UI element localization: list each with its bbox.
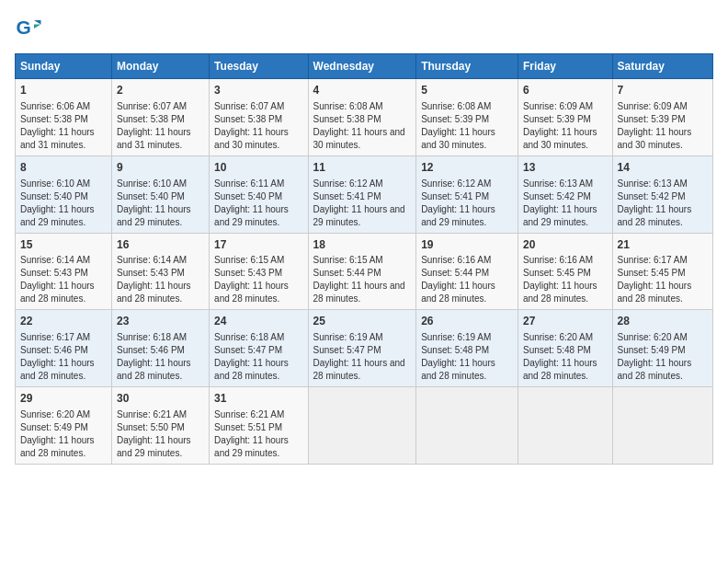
sunset-label: Sunset: 5:47 PM — [313, 345, 381, 355]
sunrise-label: Sunrise: 6:15 AM — [214, 255, 284, 265]
sunset-label: Sunset: 5:40 PM — [117, 191, 185, 201]
calendar-cell: 28 Sunrise: 6:20 AM Sunset: 5:49 PM Dayl… — [612, 310, 712, 387]
calendar-cell — [612, 387, 712, 465]
calendar-cell: 22 Sunrise: 6:17 AM Sunset: 5:46 PM Dayl… — [16, 310, 112, 387]
daylight-label: Daylight: 11 hours and 28 minutes. — [20, 281, 95, 304]
calendar-cell: 19 Sunrise: 6:16 AM Sunset: 5:44 PM Dayl… — [416, 233, 518, 310]
sunset-label: Sunset: 5:41 PM — [421, 191, 489, 201]
sunrise-label: Sunrise: 6:08 AM — [313, 101, 383, 111]
sunrise-label: Sunrise: 6:10 AM — [117, 178, 187, 189]
calendar-cell — [518, 387, 612, 465]
sunset-label: Sunset: 5:50 PM — [117, 422, 185, 432]
sunset-label: Sunset: 5:51 PM — [214, 422, 282, 432]
daylight-label: Daylight: 11 hours and 28 minutes. — [117, 281, 191, 304]
calendar-week-row: 8 Sunrise: 6:10 AM Sunset: 5:40 PM Dayli… — [16, 155, 713, 233]
sunset-label: Sunset: 5:42 PM — [523, 191, 591, 201]
sunrise-label: Sunrise: 6:08 AM — [421, 101, 491, 111]
sunrise-label: Sunrise: 6:20 AM — [618, 332, 688, 342]
calendar-cell: 7 Sunrise: 6:09 AM Sunset: 5:39 PM Dayli… — [612, 79, 712, 156]
daylight-label: Daylight: 11 hours and 28 minutes. — [421, 281, 495, 304]
sunrise-label: Sunrise: 6:21 AM — [214, 409, 284, 419]
day-number: 26 — [421, 314, 513, 329]
calendar-cell: 14 Sunrise: 6:13 AM Sunset: 5:42 PM Dayl… — [612, 155, 712, 233]
sunrise-label: Sunrise: 6:13 AM — [523, 178, 593, 189]
sunrise-label: Sunrise: 6:09 AM — [618, 101, 688, 111]
day-number: 9 — [117, 160, 204, 176]
day-number: 30 — [117, 391, 204, 407]
sunset-label: Sunset: 5:48 PM — [523, 345, 591, 355]
sunset-label: Sunset: 5:43 PM — [20, 268, 88, 278]
daylight-label: Daylight: 11 hours and 30 minutes. — [421, 127, 495, 150]
sunset-label: Sunset: 5:46 PM — [117, 345, 185, 355]
daylight-label: Daylight: 11 hours and 30 minutes. — [523, 127, 597, 150]
daylight-label: Daylight: 11 hours and 29 minutes. — [523, 204, 597, 227]
calendar-cell: 6 Sunrise: 6:09 AM Sunset: 5:39 PM Dayli… — [518, 79, 612, 156]
daylight-label: Daylight: 11 hours and 28 minutes. — [117, 358, 191, 381]
sunrise-label: Sunrise: 6:11 AM — [214, 178, 284, 189]
calendar-cell: 1 Sunrise: 6:06 AM Sunset: 5:38 PM Dayli… — [16, 79, 112, 156]
daylight-label: Daylight: 11 hours and 30 minutes. — [313, 127, 405, 150]
calendar-cell: 25 Sunrise: 6:19 AM Sunset: 5:47 PM Dayl… — [308, 310, 416, 387]
sunrise-label: Sunrise: 6:12 AM — [313, 178, 383, 189]
day-number: 28 — [618, 314, 708, 329]
page-header: G — [15, 15, 713, 42]
sunset-label: Sunset: 5:44 PM — [313, 268, 381, 278]
sunset-label: Sunset: 5:49 PM — [20, 422, 88, 432]
column-header-thursday: Thursday — [416, 54, 518, 79]
calendar-table: SundayMondayTuesdayWednesdayThursdayFrid… — [15, 53, 713, 465]
calendar-cell: 11 Sunrise: 6:12 AM Sunset: 5:41 PM Dayl… — [308, 155, 416, 233]
day-number: 23 — [117, 314, 204, 329]
day-number: 8 — [20, 160, 107, 176]
day-number: 19 — [421, 237, 513, 253]
sunrise-label: Sunrise: 6:15 AM — [313, 255, 383, 265]
daylight-label: Daylight: 11 hours and 28 minutes. — [523, 281, 597, 304]
daylight-label: Daylight: 11 hours and 28 minutes. — [313, 358, 405, 381]
calendar-cell: 3 Sunrise: 6:07 AM Sunset: 5:38 PM Dayli… — [210, 79, 308, 156]
day-number: 10 — [214, 160, 302, 176]
calendar-week-row: 22 Sunrise: 6:17 AM Sunset: 5:46 PM Dayl… — [16, 310, 713, 387]
header-row: SundayMondayTuesdayWednesdayThursdayFrid… — [16, 54, 713, 79]
sunset-label: Sunset: 5:47 PM — [214, 345, 282, 355]
calendar-cell: 23 Sunrise: 6:18 AM Sunset: 5:46 PM Dayl… — [112, 310, 210, 387]
daylight-label: Daylight: 11 hours and 31 minutes. — [20, 127, 95, 150]
daylight-label: Daylight: 11 hours and 30 minutes. — [618, 127, 692, 150]
sunrise-label: Sunrise: 6:07 AM — [117, 101, 187, 111]
sunset-label: Sunset: 5:49 PM — [618, 345, 686, 355]
column-header-saturday: Saturday — [612, 54, 712, 79]
day-number: 21 — [618, 237, 708, 253]
daylight-label: Daylight: 11 hours and 28 minutes. — [618, 204, 692, 227]
daylight-label: Daylight: 11 hours and 29 minutes. — [313, 204, 405, 227]
calendar-cell: 30 Sunrise: 6:21 AM Sunset: 5:50 PM Dayl… — [112, 387, 210, 465]
daylight-label: Daylight: 11 hours and 28 minutes. — [214, 281, 289, 304]
daylight-label: Daylight: 11 hours and 29 minutes. — [214, 204, 289, 227]
day-number: 25 — [313, 314, 412, 329]
sunrise-label: Sunrise: 6:14 AM — [20, 255, 90, 265]
calendar-cell: 17 Sunrise: 6:15 AM Sunset: 5:43 PM Dayl… — [210, 233, 308, 310]
calendar-cell: 29 Sunrise: 6:20 AM Sunset: 5:49 PM Dayl… — [16, 387, 112, 465]
sunrise-label: Sunrise: 6:18 AM — [214, 332, 284, 342]
daylight-label: Daylight: 11 hours and 28 minutes. — [618, 358, 692, 381]
sunrise-label: Sunrise: 6:14 AM — [117, 255, 187, 265]
logo-icon: G — [15, 15, 42, 42]
day-number: 20 — [523, 237, 608, 253]
calendar-cell: 2 Sunrise: 6:07 AM Sunset: 5:38 PM Dayli… — [112, 79, 210, 156]
sunrise-label: Sunrise: 6:06 AM — [20, 101, 90, 111]
sunrise-label: Sunrise: 6:18 AM — [117, 332, 187, 342]
sunrise-label: Sunrise: 6:12 AM — [421, 178, 491, 189]
calendar-cell — [308, 387, 416, 465]
calendar-cell: 27 Sunrise: 6:20 AM Sunset: 5:48 PM Dayl… — [518, 310, 612, 387]
daylight-label: Daylight: 11 hours and 30 minutes. — [214, 127, 289, 150]
daylight-label: Daylight: 11 hours and 29 minutes. — [20, 204, 95, 227]
calendar-cell: 24 Sunrise: 6:18 AM Sunset: 5:47 PM Dayl… — [210, 310, 308, 387]
sunset-label: Sunset: 5:43 PM — [117, 268, 185, 278]
calendar-cell: 4 Sunrise: 6:08 AM Sunset: 5:38 PM Dayli… — [308, 79, 416, 156]
daylight-label: Daylight: 11 hours and 29 minutes. — [117, 204, 191, 227]
day-number: 14 — [618, 160, 708, 176]
daylight-label: Daylight: 11 hours and 28 minutes. — [214, 358, 289, 381]
day-number: 6 — [523, 83, 608, 98]
sunset-label: Sunset: 5:43 PM — [214, 268, 282, 278]
daylight-label: Daylight: 11 hours and 31 minutes. — [117, 127, 191, 150]
calendar-cell: 10 Sunrise: 6:11 AM Sunset: 5:40 PM Dayl… — [210, 155, 308, 233]
day-number: 2 — [117, 83, 204, 98]
day-number: 4 — [313, 83, 412, 98]
